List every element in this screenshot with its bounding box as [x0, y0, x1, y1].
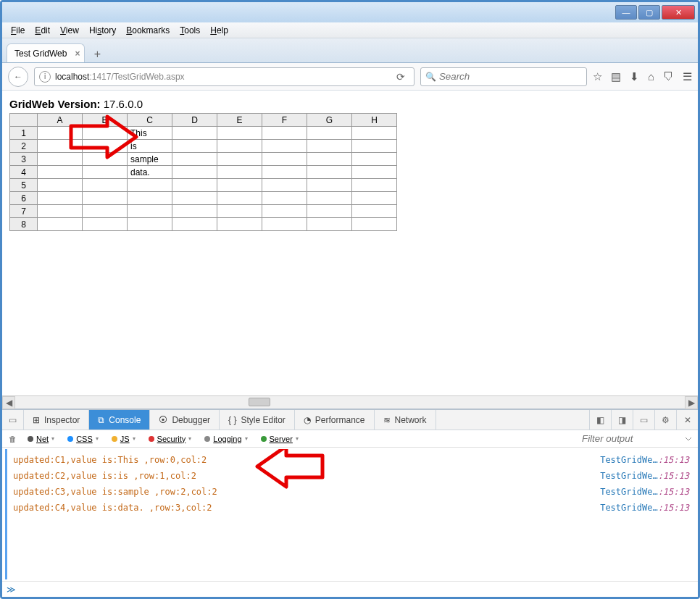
back-button[interactable]: ←	[8, 67, 28, 87]
row-header[interactable]: 2	[10, 140, 38, 153]
filter-output-input[interactable]	[579, 432, 695, 445]
filter-css[interactable]: CSS▾	[62, 433, 104, 445]
menu-edit[interactable]: Edit	[30, 24, 54, 37]
row-header[interactable]: 1	[10, 127, 38, 140]
col-header[interactable]: F	[262, 114, 307, 127]
devtools-close-icon[interactable]: ✕	[676, 410, 698, 430]
menu-bookmarks[interactable]: Bookmarks	[122, 24, 174, 37]
cell[interactable]	[307, 166, 352, 179]
download-icon[interactable]: ⬇	[630, 70, 639, 83]
dock-side-icon[interactable]: ◧	[589, 410, 611, 430]
cell[interactable]	[217, 218, 262, 231]
dock-popout-icon[interactable]: ▭	[633, 410, 654, 430]
star-icon[interactable]: ☆	[593, 70, 602, 83]
tab-style-editor[interactable]: { } Style Editor	[220, 410, 295, 430]
cell[interactable]	[352, 179, 397, 192]
cell[interactable]	[217, 166, 262, 179]
cell[interactable]	[217, 205, 262, 218]
cell[interactable]	[262, 153, 307, 166]
cell[interactable]	[172, 179, 217, 192]
cell[interactable]	[217, 192, 262, 205]
log-source[interactable]: TestGridWe…:15:13	[600, 487, 689, 497]
col-header[interactable]: D	[172, 114, 217, 127]
cell[interactable]	[262, 218, 307, 231]
minimize-button[interactable]: —	[615, 5, 637, 20]
cell[interactable]	[38, 218, 83, 231]
tab-close-icon[interactable]: ×	[75, 49, 80, 59]
site-info-icon[interactable]: i	[39, 71, 51, 83]
cell[interactable]	[172, 166, 217, 179]
filter-server[interactable]: Server▾	[256, 433, 304, 445]
home-icon[interactable]: ⌂	[648, 70, 654, 83]
cell[interactable]	[83, 192, 128, 205]
devtools-settings-icon[interactable]: ⚙	[654, 410, 676, 430]
cell[interactable]	[38, 205, 83, 218]
cell[interactable]	[352, 218, 397, 231]
cell[interactable]	[217, 179, 262, 192]
dock-side2-icon[interactable]: ◨	[611, 410, 633, 430]
library-icon[interactable]: ▤	[611, 70, 621, 83]
cell[interactable]	[172, 218, 217, 231]
cell[interactable]	[172, 140, 217, 153]
scroll-right-icon[interactable]: ▶	[685, 396, 698, 409]
tab-console[interactable]: ⧉ Console	[89, 410, 150, 430]
cell[interactable]	[172, 153, 217, 166]
cell[interactable]	[38, 179, 83, 192]
cell[interactable]	[217, 153, 262, 166]
corner-cell[interactable]	[10, 114, 38, 127]
filter-js[interactable]: JS▾	[107, 433, 141, 445]
col-header[interactable]: G	[307, 114, 352, 127]
url-box[interactable]: i localhost:1417/TestGridWeb.aspx ⟳	[34, 67, 414, 86]
close-button[interactable]: ✕	[662, 5, 695, 20]
menu-tools[interactable]: Tools	[175, 24, 204, 37]
cell[interactable]	[307, 127, 352, 140]
cell[interactable]	[128, 218, 172, 231]
cell[interactable]	[38, 166, 83, 179]
console-prompt[interactable]: ≫	[2, 581, 698, 597]
cell[interactable]	[262, 179, 307, 192]
menu-view[interactable]: View	[56, 24, 83, 37]
tab-network[interactable]: ≋ Network	[375, 410, 436, 430]
iframe-picker-icon[interactable]: ▭	[2, 410, 24, 430]
cell[interactable]	[172, 205, 217, 218]
cell[interactable]	[307, 179, 352, 192]
menu-file[interactable]: File	[7, 24, 29, 37]
cell[interactable]	[128, 179, 172, 192]
cell[interactable]	[172, 127, 217, 140]
tab-performance[interactable]: ◔ Performance	[295, 410, 375, 430]
tab-inspector[interactable]: ⊞ Inspector	[24, 410, 89, 430]
row-header[interactable]: 5	[10, 179, 38, 192]
tab-active[interactable]: Test GridWeb ×	[7, 43, 85, 62]
row-header[interactable]: 7	[10, 205, 38, 218]
maximize-button[interactable]: ▢	[638, 5, 660, 20]
cell[interactable]	[352, 153, 397, 166]
filter-net[interactable]: Net▾	[22, 433, 59, 445]
col-header[interactable]: E	[217, 114, 262, 127]
new-tab-button[interactable]: +	[88, 46, 107, 62]
cell[interactable]: data.	[128, 166, 172, 179]
cell[interactable]	[307, 153, 352, 166]
cell[interactable]	[83, 179, 128, 192]
log-source[interactable]: TestGridWe…:15:13	[600, 471, 689, 481]
menu-history[interactable]: History	[85, 24, 120, 37]
page-h-scrollbar[interactable]: ◀ ▶	[2, 395, 698, 409]
cell[interactable]	[352, 140, 397, 153]
pocket-icon[interactable]: ⛉	[663, 70, 674, 83]
cell[interactable]	[83, 218, 128, 231]
cell[interactable]	[307, 205, 352, 218]
cell[interactable]	[307, 192, 352, 205]
menu-icon[interactable]: ☰	[683, 70, 692, 83]
cell[interactable]	[262, 166, 307, 179]
tab-debugger[interactable]: ⦿ Debugger	[150, 410, 220, 430]
scroll-thumb[interactable]	[249, 398, 270, 406]
cell[interactable]	[262, 205, 307, 218]
cell[interactable]	[307, 140, 352, 153]
cell[interactable]	[352, 127, 397, 140]
log-source[interactable]: TestGridWe…:15:13	[600, 455, 689, 465]
cell[interactable]	[352, 192, 397, 205]
cell[interactable]	[352, 166, 397, 179]
row-header[interactable]: 4	[10, 166, 38, 179]
cell[interactable]	[217, 140, 262, 153]
cell[interactable]	[38, 192, 83, 205]
cell[interactable]	[172, 192, 217, 205]
